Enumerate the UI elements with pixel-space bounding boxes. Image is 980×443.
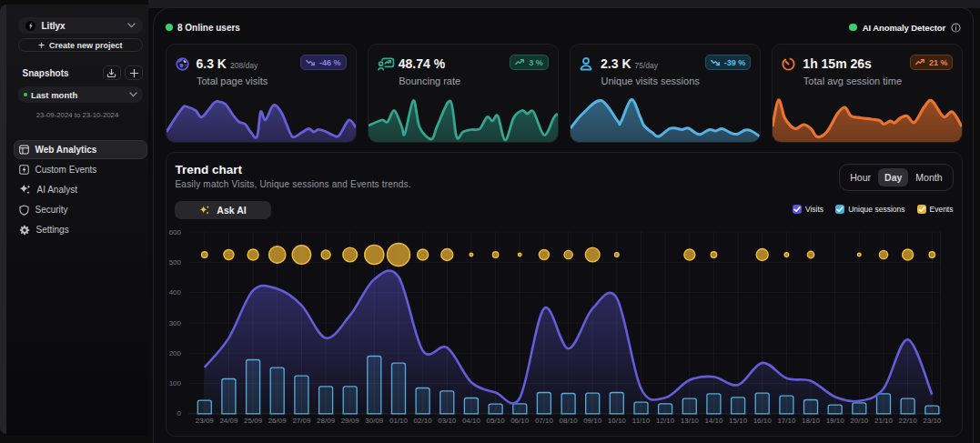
svg-text:17/10: 17/10 xyxy=(777,417,796,425)
svg-text:100: 100 xyxy=(168,379,181,388)
svg-text:22/10: 22/10 xyxy=(898,417,917,425)
svg-text:14/10: 14/10 xyxy=(704,417,723,425)
svg-text:07/10: 07/10 xyxy=(534,417,553,425)
svg-text:26/09: 26/09 xyxy=(268,417,287,425)
svg-text:500: 500 xyxy=(168,258,181,267)
svg-text:01/10: 01/10 xyxy=(389,417,408,425)
svg-text:0: 0 xyxy=(177,409,181,418)
svg-text:04/10: 04/10 xyxy=(461,417,480,425)
svg-text:27/09: 27/09 xyxy=(292,417,311,425)
svg-text:03/10: 03/10 xyxy=(438,417,457,425)
svg-text:05/10: 05/10 xyxy=(486,417,505,425)
svg-text:13/10: 13/10 xyxy=(680,417,699,425)
svg-text:09/10: 09/10 xyxy=(583,417,602,425)
svg-text:23/10: 23/10 xyxy=(923,417,942,425)
svg-text:600: 600 xyxy=(168,228,181,237)
svg-text:08/10: 08/10 xyxy=(559,417,578,425)
svg-text:11/10: 11/10 xyxy=(631,417,650,425)
svg-text:29/09: 29/09 xyxy=(340,417,359,425)
svg-text:30/09: 30/09 xyxy=(365,417,384,425)
svg-text:300: 300 xyxy=(168,319,181,327)
svg-text:02/10: 02/10 xyxy=(413,417,432,425)
svg-text:18/10: 18/10 xyxy=(801,417,820,425)
svg-text:400: 400 xyxy=(168,288,181,297)
svg-text:10/10: 10/10 xyxy=(607,417,626,425)
svg-text:23/09: 23/09 xyxy=(195,417,214,425)
svg-text:15/10: 15/10 xyxy=(729,417,748,425)
svg-text:21/10: 21/10 xyxy=(874,417,893,425)
svg-text:19/10: 19/10 xyxy=(825,417,844,425)
svg-text:20/10: 20/10 xyxy=(850,417,869,425)
svg-text:28/09: 28/09 xyxy=(317,417,336,425)
svg-text:06/10: 06/10 xyxy=(510,417,530,425)
svg-text:12/10: 12/10 xyxy=(656,417,675,425)
svg-text:16/10: 16/10 xyxy=(753,417,772,425)
svg-text:200: 200 xyxy=(168,349,181,357)
svg-text:25/09: 25/09 xyxy=(244,417,263,425)
svg-text:24/09: 24/09 xyxy=(219,417,238,425)
